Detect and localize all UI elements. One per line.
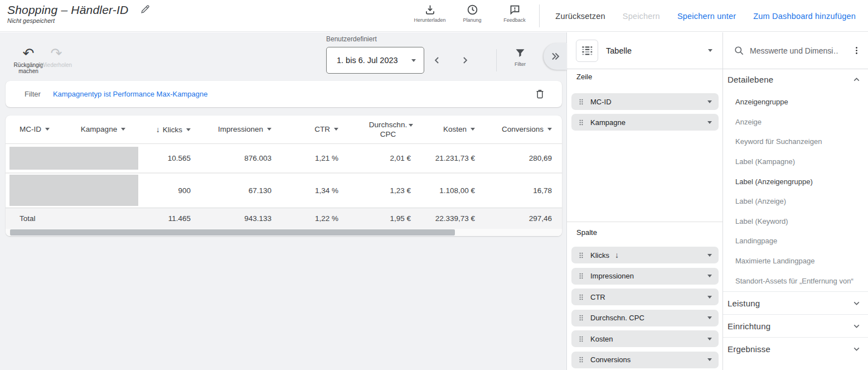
table-header-row: MC-ID Kampagne ↓Klicks Impressionen CTR …	[6, 116, 562, 143]
chart-type-selector[interactable]: Tabelle	[567, 32, 722, 69]
column-chip-cpc[interactable]: Durchschn. CPC	[571, 310, 719, 326]
dropdown-arrow-icon	[409, 124, 413, 127]
filter-condition-link[interactable]: Kampagnentyp ist Performance Max-Kampagn…	[53, 90, 535, 98]
schedule-button[interactable]: Planung	[451, 4, 493, 23]
field-item[interactable]: Keyword für Suchanzeigen	[723, 132, 868, 152]
field-item[interactable]: Standort-Assets für „Entfernung von“	[723, 271, 868, 291]
cell-kosten: 1.108,00 €	[421, 173, 485, 208]
column-chip-conversions[interactable]: Conversions	[571, 352, 719, 368]
total-klicks: 11.465	[139, 208, 201, 229]
reset-button[interactable]: Zurücksetzen	[555, 12, 605, 21]
field-item[interactable]: Maximierte Landingpage	[723, 251, 868, 271]
sort-descending-icon: ↓	[615, 251, 699, 260]
cell-kosten: 21.231,73 €	[421, 143, 485, 173]
drag-handle-icon	[577, 98, 585, 106]
table-chart-icon	[576, 40, 598, 62]
report-editor: Shopping – Händler-ID Nicht gespeichert …	[0, 0, 868, 370]
total-label: Total	[6, 208, 139, 229]
date-range-type-label: Benutzerdefiniert	[326, 35, 377, 43]
redo-button: ↷ Wiederholen	[37, 46, 76, 68]
column-header-klicks[interactable]: ↓Klicks	[139, 116, 201, 143]
field-item[interactable]: Anzeige	[723, 112, 868, 132]
cell-ctr: 1,34 %	[282, 173, 348, 208]
search-input[interactable]	[750, 46, 839, 55]
double-chevron-right-icon	[549, 50, 561, 63]
clock-icon	[467, 4, 478, 16]
column-header-impressionen[interactable]: Impressionen	[201, 116, 282, 143]
download-button[interactable]: Herunterladen	[409, 4, 451, 23]
fields-panel: Detailebene Anzeigengruppe Anzeige Keywo…	[722, 32, 868, 370]
column-header-conversions[interactable]: Conversions	[485, 116, 562, 143]
dropdown-arrow-icon	[471, 128, 475, 131]
save-as-button[interactable]: Speichern unter	[677, 12, 736, 21]
section-detailebene[interactable]: Detailebene	[723, 68, 868, 91]
column-chip-impressionen[interactable]: Impressionen	[571, 268, 719, 285]
drag-handle-icon	[577, 293, 585, 301]
sort-descending-icon: ↓	[156, 125, 160, 134]
filter-funnel-icon	[515, 47, 526, 58]
table-total-row: Total 11.465 943.133 1,22 % 1,95 € 22.33…	[6, 208, 562, 229]
drag-handle-icon	[577, 314, 585, 322]
header-tools: Herunterladen Planung Feedback	[409, 4, 536, 23]
column-chip-ctr[interactable]: CTR	[571, 289, 719, 305]
total-cpc: 1,95 €	[348, 208, 421, 229]
chevron-down-icon	[852, 321, 861, 331]
add-to-dashboard-button[interactable]: Zum Dashboard hinzufügen	[753, 12, 856, 21]
drag-handle-icon	[577, 335, 585, 343]
field-item[interactable]: Label (Anzeigengruppe)	[723, 171, 868, 191]
scrollbar-thumb[interactable]	[10, 229, 455, 236]
total-impressionen: 943.133	[201, 208, 282, 229]
cell-conversions: 16,78	[485, 173, 562, 208]
redacted-cell	[9, 147, 138, 170]
filter-button[interactable]: Filter	[508, 47, 532, 67]
section-leistung[interactable]: Leistung	[723, 291, 868, 314]
column-header-cpc[interactable]: Durchschn. CPC	[348, 116, 421, 143]
chart-config-panel: Tabelle Zeile MC-ID Kampagne Spalte Klic…	[566, 32, 722, 370]
search-icon	[734, 45, 744, 56]
field-item[interactable]: Landingpage	[723, 231, 868, 251]
section-ergebnisse[interactable]: Ergebnisse	[723, 337, 868, 360]
more-options-button[interactable]	[841, 46, 861, 55]
rows-section-label: Zeile	[576, 73, 592, 81]
field-item[interactable]: Label (Keyword)	[723, 212, 868, 232]
trash-icon	[535, 89, 545, 99]
chevron-right-icon	[459, 55, 471, 66]
section-einrichtung[interactable]: Einrichtung	[723, 314, 868, 337]
horizontal-scrollbar	[6, 229, 562, 236]
field-item[interactable]: Label (Kampagne)	[723, 152, 868, 172]
next-period-button[interactable]	[457, 52, 473, 68]
dropdown-arrow-icon	[707, 338, 712, 340]
cell-impressionen: 876.003	[201, 143, 282, 173]
column-chip-klicks[interactable]: Klicks ↓	[571, 247, 719, 263]
field-item[interactable]: Anzeigengruppe	[723, 92, 868, 112]
column-header-kosten[interactable]: Kosten	[421, 116, 485, 143]
report-title-block: Shopping – Händler-ID Nicht gespeichert	[7, 3, 151, 24]
previous-period-button[interactable]	[429, 52, 445, 68]
feedback-button[interactable]: Feedback	[493, 4, 536, 23]
row-chip-kampagne[interactable]: Kampagne	[571, 114, 719, 131]
feedback-icon	[509, 4, 521, 16]
header-divider	[539, 4, 540, 27]
panel-divider	[567, 222, 722, 222]
chevron-left-icon	[431, 55, 443, 66]
drag-handle-icon	[577, 272, 585, 280]
cell-ctr: 1,21 %	[282, 143, 348, 173]
table-row: 900 67.130 1,34 % 1,23 € 1.108,00 € 16,7…	[6, 173, 562, 208]
dropdown-arrow-icon	[707, 275, 712, 277]
delete-filter-button[interactable]	[535, 89, 545, 99]
row-chip-mcid[interactable]: MC-ID	[571, 93, 719, 110]
filter-bar-label: Filter	[25, 90, 41, 98]
report-table: MC-ID Kampagne ↓Klicks Impressionen CTR …	[6, 116, 562, 236]
dropdown-arrow-icon	[707, 254, 712, 257]
column-header-ctr[interactable]: CTR	[282, 116, 348, 143]
column-chip-kosten[interactable]: Kosten	[571, 330, 719, 347]
column-header-mcid[interactable]: MC-ID	[6, 116, 67, 143]
column-header-kampagne[interactable]: Kampagne	[67, 116, 139, 143]
redacted-cell	[9, 175, 138, 206]
edit-title-button[interactable]	[140, 4, 151, 17]
date-range-picker[interactable]: 1. bis 6. Jul 2023	[326, 47, 424, 74]
dropdown-arrow-icon	[707, 296, 712, 299]
collapse-panel-button[interactable]	[544, 43, 567, 70]
field-item[interactable]: Label (Anzeige)	[723, 191, 868, 212]
pencil-icon	[140, 4, 151, 15]
